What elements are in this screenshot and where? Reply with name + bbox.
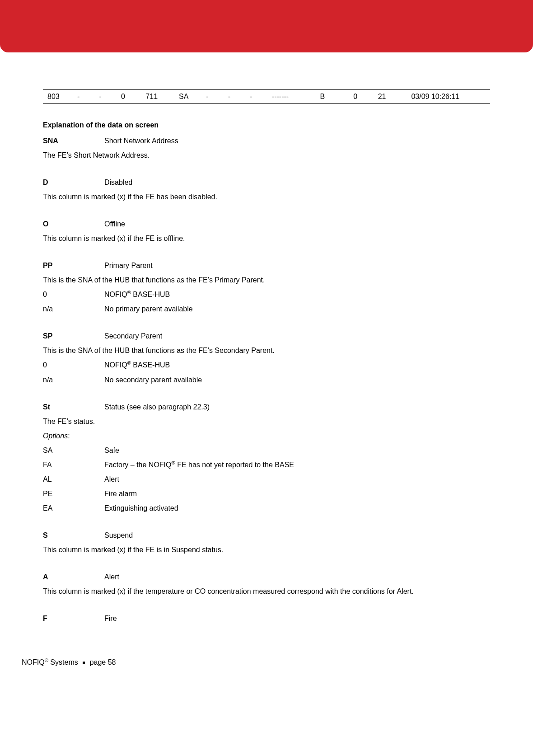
st-sa-v: Safe xyxy=(104,444,119,457)
name-s: Suspend xyxy=(104,529,133,542)
name-o: Offline xyxy=(104,218,125,230)
def-f: F Fire xyxy=(43,612,490,625)
cell-sna: 803 xyxy=(47,93,77,101)
cell-s: - xyxy=(206,93,228,101)
name-sp: Secondary Parent xyxy=(104,330,162,343)
st-fa-v: Factory – the NOFIQ® FE has not yet repo… xyxy=(104,459,294,471)
section-title: Explanation of the data on screen xyxy=(43,121,490,129)
def-o: O Offline This column is marked (x) if t… xyxy=(43,218,490,245)
pp-opt1-key: n/a xyxy=(43,303,104,315)
name-d: Disabled xyxy=(104,176,132,189)
name-pp: Primary Parent xyxy=(104,259,153,272)
cell-b: B xyxy=(320,93,354,101)
st-ea-v: Extinguishing activated xyxy=(104,502,178,515)
cell-o: - xyxy=(99,93,122,101)
sp-opt0-key: 0 xyxy=(43,359,104,371)
abbr-pp: PP xyxy=(43,259,104,272)
cell-timestamp: 03/09 10:26:11 xyxy=(411,93,490,101)
def-pp: PP Primary Parent This is the SNA of the… xyxy=(43,259,490,315)
def-a: A Alert This column is marked (x) if the… xyxy=(43,571,490,598)
desc-sp: This is the SNA of the HUB that function… xyxy=(43,344,470,357)
cell-pp: 0 xyxy=(121,93,145,101)
abbr-o: O xyxy=(43,218,104,230)
st-al-v: Alert xyxy=(104,473,119,486)
page-footer: NOFIQ® Systems page 58 xyxy=(0,657,533,680)
sp-opt1-val: No secondary parent available xyxy=(104,374,202,386)
def-sp: SP Secondary Parent This is the SNA of t… xyxy=(43,330,490,386)
abbr-d: D xyxy=(43,176,104,189)
def-sna: SNA Short Network Address The FE’s Short… xyxy=(43,135,490,162)
def-s: S Suspend This column is marked (x) if t… xyxy=(43,529,490,556)
desc-st: The FE’s status. xyxy=(43,415,470,428)
st-pe-k: PE xyxy=(43,488,104,500)
abbr-st: St xyxy=(43,401,104,413)
pp-opt0-val: NOFIQ® BASE-HUB xyxy=(104,288,170,301)
st-ea-k: EA xyxy=(43,502,104,515)
pp-opt0-key: 0 xyxy=(43,288,104,301)
desc-s: This column is marked (x) if the FE is i… xyxy=(43,544,470,556)
footer-brand: NOFIQ® Systems xyxy=(22,658,78,666)
sp-opt0-val: NOFIQ® BASE-HUB xyxy=(104,359,170,371)
options-label: Options: xyxy=(43,430,470,442)
name-f: Fire xyxy=(104,612,117,625)
data-row: 803 - - 0 711 SA - - - ------- B 0 21 03… xyxy=(43,93,490,101)
desc-d: This column is marked (x) if the FE has … xyxy=(43,191,470,203)
name-a: Alert xyxy=(104,571,119,583)
sp-opt1-key: n/a xyxy=(43,374,104,386)
st-sa-k: SA xyxy=(43,444,104,457)
bullet-icon xyxy=(83,662,85,664)
cell-res: ------- xyxy=(272,93,320,101)
cell-d: - xyxy=(77,93,99,101)
def-st: St Status (see also paragraph 22.3) The … xyxy=(43,401,490,515)
header-red-bar xyxy=(0,0,533,52)
cell-n1: 0 xyxy=(353,93,378,101)
cell-sp: 711 xyxy=(145,93,179,101)
desc-pp: This is the SNA of the HUB that function… xyxy=(43,274,470,286)
def-d: D Disabled This column is marked (x) if … xyxy=(43,176,490,203)
name-st: Status (see also paragraph 22.3) xyxy=(104,401,210,413)
st-fa-k: FA xyxy=(43,459,104,471)
abbr-f: F xyxy=(43,612,104,625)
abbr-sp: SP xyxy=(43,330,104,343)
st-pe-v: Fire alarm xyxy=(104,488,137,500)
cell-st: SA xyxy=(179,93,206,101)
footer-page: page 58 xyxy=(90,658,116,666)
page-content: 803 - - 0 711 SA - - - ------- B 0 21 03… xyxy=(0,52,533,657)
desc-o: This column is marked (x) if the FE is o… xyxy=(43,232,470,245)
st-al-k: AL xyxy=(43,473,104,486)
name-sna: Short Network Address xyxy=(104,135,178,147)
data-row-box: 803 - - 0 711 SA - - - ------- B 0 21 03… xyxy=(43,89,490,104)
abbr-sna: SNA xyxy=(43,135,104,147)
cell-a: - xyxy=(228,93,250,101)
abbr-a: A xyxy=(43,571,104,583)
pp-opt1-val: No primary parent available xyxy=(104,303,193,315)
cell-f: - xyxy=(250,93,272,101)
desc-a: This column is marked (x) if the tempera… xyxy=(43,585,470,598)
desc-sna: The FE’s Short Network Address. xyxy=(43,149,470,162)
cell-n2: 21 xyxy=(378,93,411,101)
abbr-s: S xyxy=(43,529,104,542)
